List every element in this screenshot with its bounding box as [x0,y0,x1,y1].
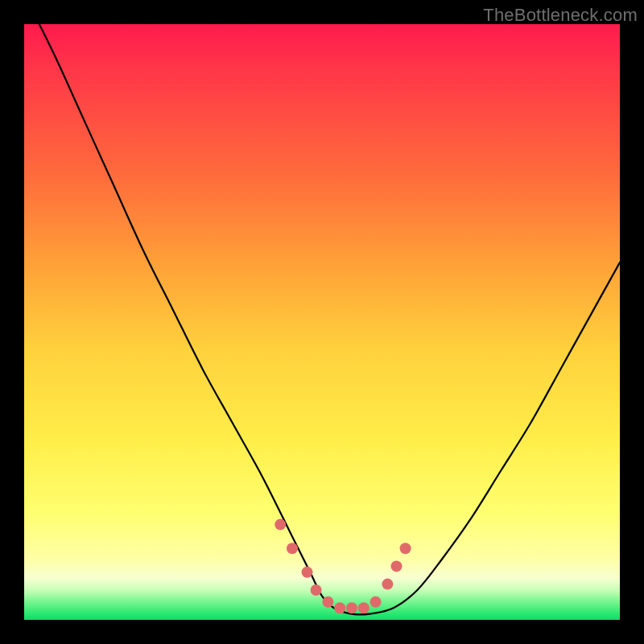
curve-marker [275,519,286,530]
curve-marker [358,602,369,613]
curve-marker [346,602,357,613]
curve-marker [287,543,298,554]
chart-frame: TheBottleneck.com [0,0,644,644]
curve-marker [400,543,411,554]
curve-marker [391,560,402,572]
bottleneck-curve [24,24,620,615]
curve-marker [311,584,322,596]
marker-group [275,519,411,614]
curve-marker [334,602,345,613]
curve-marker [370,597,382,608]
plot-area [24,24,620,620]
curve-marker [322,597,333,608]
curve-svg [24,24,620,620]
curve-marker [382,579,393,590]
curve-marker [302,567,313,578]
watermark-text: TheBottleneck.com [483,5,638,26]
